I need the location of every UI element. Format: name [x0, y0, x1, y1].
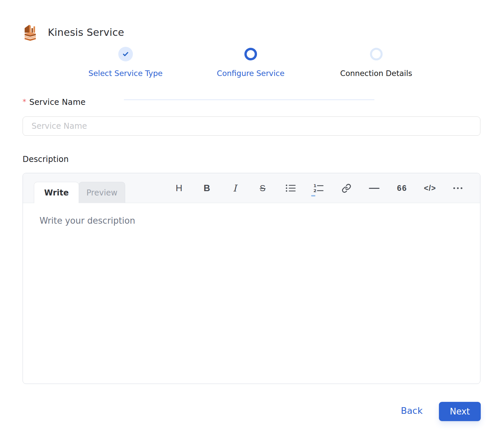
- description-textarea[interactable]: [23, 203, 480, 384]
- step-pending-indicator[interactable]: [370, 48, 382, 60]
- quote-button[interactable]: 66: [388, 178, 416, 199]
- svg-text:1: 1: [313, 184, 316, 188]
- step-completed-indicator[interactable]: [118, 47, 133, 61]
- step-connection-details[interactable]: Connection Details: [340, 46, 412, 78]
- ordered-list-icon: 12: [313, 184, 324, 193]
- horizontal-rule-icon: [369, 188, 379, 189]
- next-button[interactable]: Next: [439, 402, 481, 421]
- service-name-label: *Service Name: [23, 98, 86, 107]
- markdown-editor: Write Preview H B I S: [23, 173, 480, 384]
- step-configure-service[interactable]: Configure Service: [217, 46, 285, 78]
- ordered-list-button[interactable]: 12: [304, 178, 332, 199]
- tab-preview[interactable]: Preview: [79, 182, 125, 203]
- step-label[interactable]: Connection Details: [340, 69, 412, 78]
- editor-body: [23, 203, 480, 384]
- step-active-indicator[interactable]: [244, 48, 257, 60]
- editor-toolbar-header: Write Preview H B I S: [23, 173, 480, 203]
- required-marker: *: [23, 98, 26, 106]
- editor-tabs: Write Preview: [34, 182, 125, 203]
- svg-text:2: 2: [313, 188, 316, 193]
- step-label[interactable]: Configure Service: [217, 69, 285, 78]
- link-button[interactable]: [332, 178, 360, 199]
- service-name-label-text: Service Name: [29, 98, 86, 107]
- app-header: Kinesis Service: [22, 23, 124, 42]
- unordered-list-button[interactable]: [277, 178, 304, 199]
- tab-write[interactable]: Write: [34, 182, 79, 203]
- stepper: Select Service Type Configure Service Co…: [0, 46, 504, 82]
- page-title: Kinesis Service: [48, 27, 124, 38]
- kinesis-service-icon: [22, 23, 39, 42]
- heading-icon: H: [176, 183, 182, 193]
- caret-mark: [311, 195, 315, 196]
- italic-icon: I: [233, 183, 236, 194]
- strikethrough-button[interactable]: S: [249, 178, 277, 199]
- bold-icon: B: [204, 183, 210, 193]
- link-icon: [342, 184, 351, 193]
- unordered-list-icon: [286, 184, 296, 192]
- back-button[interactable]: Back: [395, 406, 428, 416]
- code-button[interactable]: </>: [416, 178, 444, 199]
- italic-button[interactable]: I: [221, 178, 249, 199]
- ellipsis-icon: [453, 186, 463, 190]
- horizontal-rule-button[interactable]: [360, 178, 388, 199]
- bold-button[interactable]: B: [193, 178, 221, 199]
- quote-icon: 66: [397, 184, 407, 193]
- step-select-service-type[interactable]: Select Service Type: [88, 46, 162, 78]
- check-icon: [122, 50, 129, 58]
- code-icon: </>: [424, 184, 436, 193]
- step-label[interactable]: Select Service Type: [88, 69, 162, 78]
- heading-button[interactable]: H: [165, 178, 193, 199]
- stepper-track: [124, 99, 375, 100]
- description-label: Description: [23, 155, 69, 164]
- service-name-input[interactable]: [23, 116, 480, 136]
- more-options-button[interactable]: [444, 178, 472, 199]
- editor-toolbar: H B I S: [165, 173, 472, 203]
- strikethrough-icon: S: [260, 183, 265, 193]
